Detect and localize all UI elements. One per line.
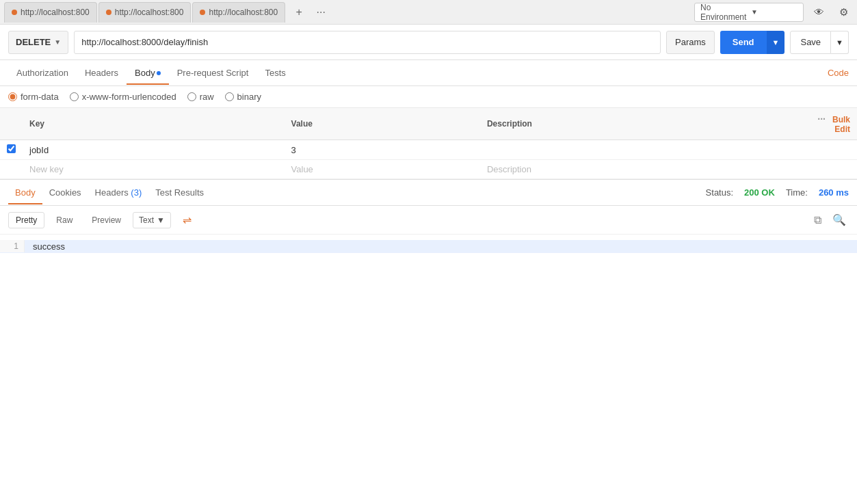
params-button[interactable]: Params [666, 31, 715, 54]
format-type-selector[interactable]: Text ▼ [133, 212, 171, 228]
time-label: Time: [786, 187, 808, 198]
method-chevron-icon: ▼ [54, 38, 61, 46]
placeholder-checkbox-cell [0, 160, 23, 179]
wrap-icon: ⇌ [183, 214, 192, 226]
tab-dot-3 [200, 10, 205, 15]
response-status-bar: Status: 200 OK Time: 260 ms [706, 187, 849, 198]
description-col-header: Description [480, 108, 802, 140]
browser-tab-2[interactable]: http://localhost:800 [98, 2, 192, 23]
tab-body-label: Body [135, 68, 155, 78]
send-dropdown-button[interactable]: ▼ [767, 31, 785, 54]
urlencoded-radio-label[interactable]: x-www-form-urlencoded [70, 92, 176, 102]
tab-bar-right: No Environment ▼ 👁 ⚙ [694, 3, 853, 22]
tab-bar: http://localhost:800 http://localhost:80… [0, 0, 857, 25]
save-dropdown-button[interactable]: ▼ [831, 31, 849, 54]
binary-radio-label[interactable]: binary [225, 92, 261, 102]
raw-radio-label[interactable]: raw [187, 92, 214, 102]
send-button[interactable]: Send [720, 31, 767, 54]
tab-dot-2 [106, 10, 111, 15]
browser-tab-1[interactable]: http://localhost:800 [4, 2, 97, 23]
response-tabs-bar: Body Cookies Headers (3) Test Results St… [0, 180, 857, 206]
tab-body[interactable]: Body [127, 62, 169, 85]
new-value-cell[interactable]: Value [285, 160, 480, 179]
copy-button[interactable]: ⧉ [811, 212, 824, 228]
env-selector-label: No Environment [700, 3, 747, 22]
save-button-group: Save ▼ [790, 31, 849, 54]
response-tab-headers[interactable]: Headers (3) [88, 182, 149, 204]
gear-icon: ⚙ [839, 6, 848, 18]
response-tab-body[interactable]: Body [8, 182, 42, 204]
line-number-1: 1 [0, 240, 25, 252]
raw-label: raw [200, 92, 214, 102]
response-body: 1 success [0, 235, 857, 467]
new-row-placeholder: New key Value Description [0, 160, 857, 179]
row-checkbox[interactable] [7, 144, 16, 153]
format-actions: ⧉ 🔍 [811, 212, 849, 228]
status-label: Status: [706, 187, 733, 198]
tab-authorization-label: Authorization [16, 68, 68, 78]
key-cell[interactable]: jobId [23, 140, 285, 160]
tab-headers[interactable]: Headers [77, 62, 127, 85]
tab-tests-label: Tests [265, 68, 285, 78]
url-bar: DELETE ▼ Params Send ▼ Save ▼ [0, 25, 857, 60]
body-type-bar: form-data x-www-form-urlencoded raw bina… [0, 86, 857, 108]
wrap-button[interactable]: ⇌ [175, 210, 199, 230]
value-col-header: Value [285, 108, 480, 140]
more-tabs-button[interactable]: ··· [311, 3, 330, 22]
method-label: DELETE [16, 37, 51, 47]
chevron-down-icon: ▼ [751, 8, 797, 16]
new-tab-button[interactable]: + [289, 3, 308, 22]
form-data-radio-label[interactable]: form-data [8, 92, 59, 102]
http-method-selector[interactable]: DELETE ▼ [8, 31, 68, 54]
key-col-header: Key [23, 108, 285, 140]
raw-button[interactable]: Raw [49, 212, 80, 228]
new-key-cell[interactable]: New key [23, 160, 285, 179]
eye-icon-button[interactable]: 👁 [809, 3, 828, 22]
response-tab-cookies[interactable]: Cookies [42, 182, 88, 204]
time-value: 260 ms [819, 187, 849, 198]
settings-button[interactable]: ⚙ [834, 3, 853, 22]
more-actions-icon[interactable]: ··· [817, 114, 826, 124]
new-description-cell[interactable]: Description [480, 160, 802, 179]
binary-radio[interactable] [225, 92, 234, 101]
pretty-button[interactable]: Pretty [8, 212, 44, 228]
code-link[interactable]: Code [828, 68, 849, 78]
urlencoded-label: x-www-form-urlencoded [82, 92, 176, 102]
params-label: Params [675, 37, 706, 47]
response-tab-body-label: Body [15, 187, 36, 198]
tab-prerequest[interactable]: Pre-request Script [169, 62, 257, 85]
url-input[interactable] [74, 31, 661, 54]
environment-selector[interactable]: No Environment ▼ [694, 3, 804, 22]
value-cell[interactable]: 3 [285, 140, 480, 160]
tab-tests[interactable]: Tests [256, 62, 293, 85]
row-actions-cell [802, 140, 857, 160]
row-checkbox-cell [0, 140, 23, 160]
format-chevron-icon: ▼ [157, 215, 165, 225]
binary-label: binary [237, 92, 261, 102]
body-active-dot [157, 71, 161, 75]
browser-tab-3[interactable]: http://localhost:800 [192, 2, 285, 23]
tab-dot-1 [12, 10, 17, 15]
eye-icon: 👁 [814, 6, 824, 18]
search-button[interactable]: 🔍 [830, 212, 849, 228]
response-tab-test-results-label: Test Results [155, 187, 204, 198]
save-button[interactable]: Save [790, 31, 831, 54]
kv-table-header-row: Key Value Description ··· Bulk Edit [0, 108, 857, 140]
raw-radio[interactable] [187, 92, 196, 101]
bulk-edit-button[interactable]: Bulk Edit [832, 115, 850, 134]
format-type-label: Text [139, 215, 154, 225]
tab-label-1: http://localhost:800 [21, 8, 90, 17]
form-data-radio[interactable] [8, 92, 17, 101]
line-content-1: success [25, 240, 73, 253]
description-cell[interactable] [480, 140, 802, 160]
response-tab-test-results[interactable]: Test Results [148, 182, 211, 204]
form-data-label: form-data [21, 92, 59, 102]
preview-button[interactable]: Preview [84, 212, 129, 228]
urlencoded-radio[interactable] [70, 92, 79, 101]
response-line-1: 1 success [0, 240, 857, 253]
response-format-bar: Pretty Raw Preview Text ▼ ⇌ ⧉ 🔍 [0, 206, 857, 235]
status-value: 200 OK [744, 187, 775, 198]
kv-table: Key Value Description ··· Bulk Edit jobI… [0, 108, 857, 179]
tab-prerequest-label: Pre-request Script [177, 68, 249, 78]
tab-authorization[interactable]: Authorization [8, 62, 77, 85]
